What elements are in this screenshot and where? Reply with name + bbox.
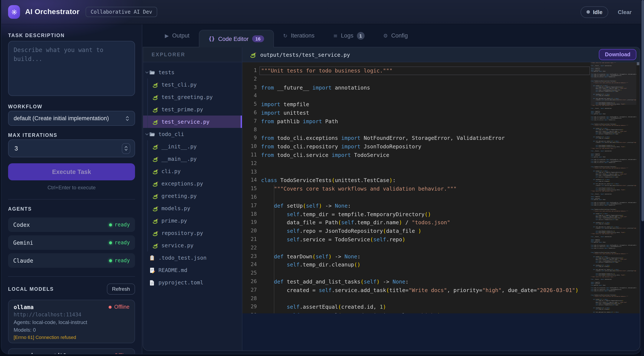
tree-item-label: prime.py [162,217,187,224]
code-line: 26 def test_add_and_list_tasks(self) -> … [242,277,591,286]
line-number: 10 [242,142,257,151]
code-line: 30 self.assertEqual(created.priority.val… [242,311,591,313]
tree-file-pyproject.toml[interactable]: pyproject.toml [143,276,242,289]
tree-file-test_prime.py[interactable]: test_prime.py [143,103,242,116]
task-description-input[interactable] [8,41,135,96]
python-icon [152,205,158,211]
file-explorer: EXPLORER tests test_cli.py test_greeting… [143,47,242,350]
tab-label: Output [172,33,189,39]
tree-item-label: service.py [162,242,194,249]
tree-file-.todo_test.json[interactable]: .todo_test.json [143,251,242,264]
tree-item-label: test_greeting.py [162,94,213,100]
open-file-path: output/tests/test_service.py [260,51,599,58]
tab-iterations[interactable]: ↻ Iterations [274,24,324,47]
app-title: AI Orchestrator [25,8,80,16]
tree-file-repository.py[interactable]: repository.py [143,227,242,239]
model-name: openai-compatible [14,352,70,354]
model-name: ollama [14,304,34,310]
line-number: 22 [242,244,257,252]
line-number: 26 [242,277,257,286]
minimap-slider[interactable] [591,62,636,105]
tree-folder-tests[interactable]: tests [143,66,242,79]
python-icon [152,106,158,112]
code-line: 22 [242,244,591,252]
code-editor-panel: EXPLORER tests test_cli.py test_greeting… [143,47,640,351]
model-count: Models: 0 [14,327,130,333]
tab-config[interactable]: ⚙ Config [374,24,417,47]
code-lines: 1"""Unit tests for todo business logic."… [242,62,591,313]
agents-label: AGENTS [8,206,135,211]
tree-file-__init__.py[interactable]: __init__.py [143,140,242,153]
workflow-select[interactable]: default (Create initial implementation) [8,111,135,126]
agent-row: Claude ready [8,253,135,268]
line-number: 30 [242,311,257,313]
code-line: 8 [242,126,591,134]
tree-file-test_service.py[interactable]: test_service.py [143,116,242,128]
tree-folder-todo_cli[interactable]: todo_cli [143,128,242,140]
select-chevrons-icon [125,115,130,121]
agent-name: Claude [13,257,109,264]
tree-item-label: __main__.py [162,156,197,162]
tree-item-label: test_service.py [162,119,210,125]
python-icon [152,119,158,125]
tree-item-label: pyproject.toml [158,279,204,286]
code-line: 16 [242,193,591,202]
editor-scrollbar-thumb[interactable] [637,62,639,65]
tree-item-label: __init__.py [162,143,197,150]
max-iterations-label: MAX ITERATIONS [8,133,135,138]
code-line: 14class TodoServiceTests(unittest.TestCa… [242,176,591,185]
code-line: 25 [242,269,591,277]
max-iterations-input[interactable]: 3 [8,139,135,157]
tree-file-test_cli.py[interactable]: test_cli.py [143,79,242,91]
line-number: 6 [242,109,257,117]
tree-file-models.py[interactable]: models.py [143,202,242,214]
tree-file-__main__.py[interactable]: __main__.py [143,153,242,165]
download-button[interactable]: Download [599,49,636,60]
tree-item-label: cli.py [162,168,180,174]
line-number: 19 [242,218,257,227]
code-line: 7from pathlib import Path [242,117,591,126]
python-icon [152,143,158,149]
tab-logs[interactable]: ≡ Logs1 [324,24,374,47]
page-scrollbar-thumb[interactable] [641,0,644,221]
python-icon [152,230,158,236]
gear-icon: ⚙ [383,33,388,39]
line-number: 24 [242,261,257,269]
agent-name: Gemini [13,239,109,246]
code-line: 2 [242,75,591,84]
line-number: 5 [242,100,257,109]
tab-code-editor[interactable]: {} Code Editor16 [199,30,274,47]
execute-task-button[interactable]: Execute Task [8,163,135,180]
file-tree: tests test_cli.py test_greeting.py test_… [143,62,242,289]
agents-list: Codex readyGemini readyClaude ready [8,217,135,268]
tree-item-label: test_cli.py [162,82,197,88]
tree-file-prime.py[interactable]: prime.py [143,214,242,227]
file-header: output/tests/test_service.py Download [242,47,640,62]
tree-file-cli.py[interactable]: cli.py [143,165,242,177]
code-line: 17 def setUp(self) -> None: [242,202,591,210]
stage: AI Orchestrator Collaborative AI Dev Idl… [0,0,644,356]
tree-file-README.md[interactable]: README.md [143,264,242,276]
clear-button[interactable]: Clear [618,9,632,15]
number-stepper[interactable] [122,143,130,154]
code-editor[interactable]: 1"""Unit tests for todo business logic."… [242,62,640,313]
code-line: 10from todo_cli.repository import JsonTo… [242,142,591,151]
line-number: 21 [242,235,257,244]
tab-label: Config [391,33,408,39]
tab-label: Code Editor [218,36,248,42]
page-scrollbar[interactable] [641,0,644,356]
tree-file-test_greeting.py[interactable]: test_greeting.py [143,91,242,103]
braces-icon: {} [209,36,215,42]
refresh-button[interactable]: Refresh [107,283,135,295]
explorer-header: EXPLORER [143,47,242,62]
tree-file-exceptions.py[interactable]: exceptions.py [143,177,242,190]
line-number: 16 [242,193,257,202]
list-icon: ≡ [333,33,338,39]
status-pill: Idle [580,6,608,18]
tab-output[interactable]: ▶ Output [156,24,199,47]
code-line: 15 """Covers core task workflows and val… [242,185,591,193]
tree-file-service.py[interactable]: service.py [143,239,242,251]
panel-footer-space [242,313,640,350]
tree-file-greeting.py[interactable]: greeting.py [143,190,242,202]
code-line: 4 [242,92,591,100]
